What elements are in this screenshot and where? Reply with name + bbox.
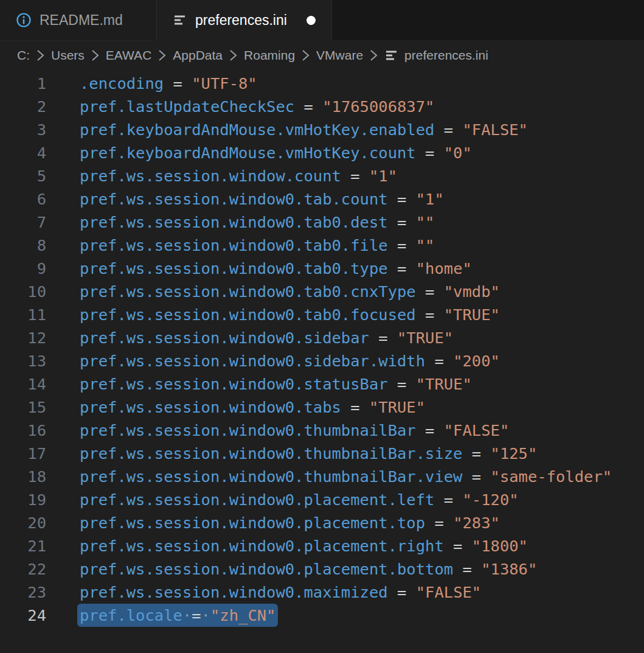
editor-line[interactable]: 18pref.ws.session.window0.thumbnailBar.v… — [0, 465, 644, 488]
line-content[interactable]: pref.ws.session.window0.tab0.cnxType = "… — [46, 280, 500, 303]
tab-preferences-ini[interactable]: preferences.ini — [157, 0, 332, 41]
line-content[interactable]: pref.lastUpdateCheckSec = "1765006837" — [46, 95, 434, 118]
line-content[interactable]: pref.ws.session.window0.thumbnailBar = "… — [46, 419, 509, 442]
line-number[interactable]: 17 — [0, 442, 46, 465]
line-number[interactable]: 8 — [0, 234, 46, 257]
editor-line[interactable]: 12pref.ws.session.window0.sidebar = "TRU… — [0, 326, 644, 349]
line-number[interactable]: 3 — [0, 118, 46, 141]
breadcrumb-segment[interactable]: EAWAC — [106, 48, 151, 63]
line-number[interactable]: 6 — [0, 187, 46, 211]
editor-line[interactable]: 11pref.ws.session.window0.tab0.focused =… — [0, 303, 644, 326]
line-number[interactable]: 13 — [0, 349, 46, 372]
line-content[interactable]: pref.ws.session.window0.placement.left =… — [46, 488, 519, 511]
editor-line[interactable]: 23pref.ws.session.window0.maximized = "F… — [0, 581, 644, 604]
unsaved-changes-dot-icon[interactable] — [306, 16, 316, 25]
editor-line[interactable]: 14pref.ws.session.window0.statusBar = "T… — [0, 372, 644, 396]
line-content[interactable]: pref.keyboardAndMouse.vmHotKey.count = "… — [46, 141, 472, 164]
line-content[interactable]: pref.ws.session.window0.sidebar = "TRUE" — [46, 326, 453, 349]
editor-line[interactable]: 2pref.lastUpdateCheckSec = "1765006837" — [0, 95, 644, 118]
line-number[interactable]: 19 — [0, 488, 46, 511]
line-content[interactable]: pref.ws.session.window0.maximized = "FAL… — [46, 581, 481, 604]
ini-file-icon — [384, 48, 399, 63]
line-content[interactable]: pref.ws.session.window0.tab0.focused = "… — [46, 303, 500, 326]
line-number[interactable]: 5 — [0, 164, 46, 187]
line-tokens: pref.keyboardAndMouse.vmHotKey.count = "… — [80, 144, 472, 162]
line-content[interactable]: pref.ws.session.window0.tab0.file = "" — [46, 234, 434, 257]
line-number[interactable]: 12 — [0, 326, 46, 349]
line-tokens: pref.ws.session.window0.placement.right … — [80, 537, 528, 555]
editor-line[interactable]: 3pref.keyboardAndMouse.vmHotKey.enabled … — [0, 118, 644, 141]
editor-line[interactable]: 15pref.ws.session.window0.tabs = "TRUE" — [0, 396, 644, 419]
breadcrumb-segment[interactable]: AppData — [173, 48, 223, 63]
line-content[interactable]: pref.ws.session.window0.tab0.type = "hom… — [46, 257, 472, 280]
editor-line[interactable]: 24pref.locale·=·"zh_CN" — [0, 604, 644, 627]
chevron-right-icon — [229, 49, 237, 62]
editor-line[interactable]: 7pref.ws.session.window0.tab0.dest = "" — [0, 211, 644, 234]
line-number[interactable]: 15 — [0, 396, 46, 419]
line-content[interactable]: pref.ws.session.window0.placement.bottom… — [46, 557, 537, 581]
line-content[interactable]: pref.ws.session.window0.placement.right … — [46, 534, 528, 557]
line-number[interactable]: 20 — [0, 511, 46, 534]
whitespace: · — [201, 606, 210, 624]
line-content[interactable]: pref.ws.session.window0.tab0.dest = "" — [46, 211, 434, 234]
whitespace — [444, 537, 453, 555]
editor-line[interactable]: 16pref.ws.session.window0.thumbnailBar =… — [0, 419, 644, 442]
line-content[interactable]: pref.ws.session.window0.tabs = "TRUE" — [46, 396, 425, 419]
line-content[interactable]: pref.ws.session.window0.tab.count = "1" — [46, 187, 444, 211]
editor-line[interactable]: 1.encoding = "UTF-8" — [0, 72, 644, 95]
ini-key: pref.ws.session.window0.tab0.dest — [80, 213, 388, 231]
editor-line[interactable]: 10pref.ws.session.window0.tab0.cnxType =… — [0, 280, 644, 303]
whitespace — [388, 259, 397, 278]
line-number[interactable]: 9 — [0, 257, 46, 280]
line-number[interactable]: 21 — [0, 534, 46, 557]
editor-line[interactable]: 22pref.ws.session.window0.placement.bott… — [0, 557, 644, 581]
code-editor[interactable]: 1.encoding = "UTF-8"2pref.lastUpdateChec… — [0, 69, 644, 627]
breadcrumb-segment[interactable]: Users — [51, 48, 85, 63]
ini-value: "same-folder" — [491, 467, 612, 486]
line-content[interactable]: pref.locale·=·"zh_CN" — [46, 604, 278, 627]
breadcrumb-segment[interactable]: VMware — [316, 48, 363, 63]
editor-line[interactable]: 21pref.ws.session.window0.placement.righ… — [0, 534, 644, 557]
line-content[interactable]: .encoding = "UTF-8" — [46, 72, 257, 95]
ini-key: pref.ws.session.window0.tab0.type — [80, 259, 388, 278]
line-number[interactable]: 18 — [0, 465, 46, 488]
line-number[interactable]: 14 — [0, 372, 46, 396]
line-number[interactable]: 7 — [0, 211, 46, 234]
line-number[interactable]: 11 — [0, 303, 46, 326]
editor-line[interactable]: 19pref.ws.session.window0.placement.left… — [0, 488, 644, 511]
line-tokens: pref.lastUpdateCheckSec = "1765006837" — [80, 97, 434, 116]
tab-readme-md[interactable]: README.md — [0, 0, 157, 40]
whitespace — [434, 491, 443, 509]
line-content[interactable]: pref.ws.session.window.count = "1" — [46, 164, 397, 187]
line-number[interactable]: 22 — [0, 557, 46, 581]
line-number[interactable]: 16 — [0, 419, 46, 442]
line-number[interactable]: 24 — [0, 604, 46, 627]
breadcrumb-file[interactable]: preferences.ini — [384, 48, 488, 63]
editor-line[interactable]: 6pref.ws.session.window0.tab.count = "1" — [0, 187, 644, 211]
line-number[interactable]: 10 — [0, 280, 46, 303]
line-content[interactable]: pref.ws.session.window0.sidebar.width = … — [46, 349, 500, 372]
editor-line[interactable]: 5pref.ws.session.window.count = "1" — [0, 164, 644, 187]
ini-key: pref.locale — [80, 606, 182, 624]
line-content[interactable]: pref.ws.session.window0.thumbnailBar.siz… — [46, 442, 537, 465]
line-number[interactable]: 1 — [0, 72, 46, 95]
editor-line[interactable]: 8pref.ws.session.window0.tab0.file = "" — [0, 234, 644, 257]
editor-line[interactable]: 9pref.ws.session.window0.tab0.type = "ho… — [0, 257, 644, 280]
whitespace — [453, 560, 462, 578]
editor-line[interactable]: 20pref.ws.session.window0.placement.top … — [0, 511, 644, 534]
breadcrumb-segment[interactable]: C: — [17, 48, 30, 63]
breadcrumb-segment[interactable]: Roaming — [244, 48, 295, 63]
editor-line[interactable]: 17pref.ws.session.window0.thumbnailBar.s… — [0, 442, 644, 465]
line-number[interactable]: 23 — [0, 581, 46, 604]
equals-operator: = — [303, 97, 313, 116]
line-content[interactable]: pref.ws.session.window0.statusBar = "TRU… — [46, 372, 472, 396]
editor-line[interactable]: 4pref.keyboardAndMouse.vmHotKey.count = … — [0, 141, 644, 164]
line-content[interactable]: pref.ws.session.window0.thumbnailBar.vie… — [46, 465, 612, 488]
line-number[interactable]: 2 — [0, 95, 46, 118]
line-content[interactable]: pref.keyboardAndMouse.vmHotKey.enabled =… — [46, 118, 528, 141]
editor-line[interactable]: 13pref.ws.session.window0.sidebar.width … — [0, 349, 644, 372]
equals-operator: = — [397, 213, 406, 231]
line-number[interactable]: 4 — [0, 141, 46, 164]
line-tokens: pref.ws.session.window0.maximized = "FAL… — [80, 583, 481, 601]
line-content[interactable]: pref.ws.session.window0.placement.top = … — [46, 511, 500, 534]
